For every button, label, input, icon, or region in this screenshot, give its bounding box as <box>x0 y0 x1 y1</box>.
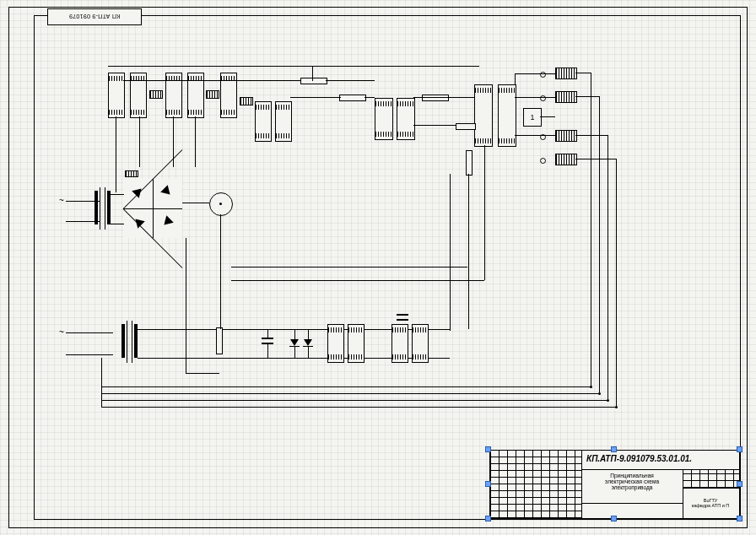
trafo1-pri <box>94 191 98 224</box>
diode-lead1b <box>294 347 295 358</box>
node-fb2 <box>598 392 601 395</box>
coupling-b2 <box>240 97 253 105</box>
wire-fb2 <box>599 96 600 393</box>
trafo1-sec <box>107 191 111 224</box>
wire-e-to-out2 <box>515 97 555 98</box>
selection-handle[interactable] <box>485 481 491 487</box>
resistor-r2 <box>339 95 366 101</box>
selection-handle[interactable] <box>611 516 617 521</box>
selection-handle[interactable] <box>485 446 491 452</box>
trafo2-core1 <box>127 321 127 363</box>
wire-mid1 <box>290 97 341 98</box>
block-f2 <box>348 324 364 363</box>
wire-mid3 <box>413 125 456 126</box>
wire-return3 <box>101 400 608 401</box>
wire-mid-long2 <box>231 280 484 281</box>
wire-o4h <box>575 159 616 159</box>
out-2 <box>555 91 577 103</box>
wire-return-up <box>101 358 102 407</box>
stamp-top-label: КП АТП-9 091079 <box>69 14 121 20</box>
logic-one: 1 <box>523 108 542 127</box>
wire-top-bus2 <box>123 80 300 81</box>
block-e2 <box>498 84 516 147</box>
diode-lead2 <box>308 329 309 339</box>
ac-source-icon-2: ~ <box>59 327 64 337</box>
resistor-shunt <box>216 327 223 354</box>
wire-to-out1 <box>515 73 555 74</box>
cap-lead2 <box>267 344 268 358</box>
trafo1-core2 <box>105 187 105 230</box>
diode-lead2b <box>308 347 309 358</box>
wire-ac2-bot <box>66 354 113 355</box>
wire-ground-link <box>186 373 219 374</box>
drawing-code: КП.АТП-9.091079.53.01.01. <box>586 454 692 463</box>
block-d2 <box>397 98 415 140</box>
diode-icon <box>304 339 312 346</box>
titleblock-grid-left <box>490 451 581 518</box>
wire-to-out1v <box>515 73 516 84</box>
wire-mid1r <box>364 97 375 98</box>
wire-mid-right-v <box>484 145 485 280</box>
resistor-r1 <box>300 78 327 84</box>
block-d1 <box>375 98 393 140</box>
capacitor-top <box>262 338 273 339</box>
drawing-title: Принципиальная электрическая схема элект… <box>585 473 679 490</box>
wire-g-up <box>450 324 451 331</box>
selection-handle[interactable] <box>485 516 491 521</box>
wire-fb3 <box>608 135 608 400</box>
trafo1-core1 <box>100 187 100 230</box>
node-fb1 <box>590 386 592 388</box>
drawing-canvas: КП АТП-9 091079 <box>0 0 756 535</box>
selection-handle[interactable] <box>737 516 742 521</box>
wire-drop-a3 <box>173 116 174 167</box>
wire-return2 <box>101 393 599 394</box>
wire-drop-b1 <box>195 116 196 167</box>
selection-handle[interactable] <box>737 481 742 487</box>
out-4 <box>555 154 577 165</box>
trafo2-pri <box>122 324 125 358</box>
wire-o3h <box>575 135 608 136</box>
wire-bridge-down <box>186 238 186 373</box>
wire-mid2 <box>413 97 474 98</box>
coupling-a <box>149 90 163 99</box>
wire-top-bus2r <box>326 80 375 81</box>
titleblock-grid-right <box>683 469 739 488</box>
title-block[interactable]: КП.АТП-9.091079.53.01.01. Принципиальная… <box>489 450 740 519</box>
wire-t1-b <box>111 224 124 224</box>
wire-bridge-motor <box>182 203 209 203</box>
block-c1 <box>255 101 272 142</box>
wire-return1 <box>101 386 591 387</box>
node-fb4 <box>615 406 618 408</box>
block-g1 <box>392 324 408 363</box>
resistor-r4b <box>456 123 476 130</box>
wire-drop-a <box>116 116 116 192</box>
block-e1 <box>474 84 493 147</box>
cap-lead1 <box>267 329 268 338</box>
resistor-r3 <box>422 95 449 101</box>
wire-drop-a2 <box>139 116 140 167</box>
stamp-top-left: КП АТП-9 091079 <box>47 8 142 25</box>
wire-mid-long <box>231 267 467 268</box>
wire-top-bus <box>108 66 479 67</box>
out-3 <box>555 130 577 142</box>
organization: ВоГТУ кафедра АТП и П <box>684 498 737 508</box>
wire-ac2-top <box>66 332 113 333</box>
wire-return4 <box>101 407 616 408</box>
block-g2 <box>412 324 429 363</box>
trafo2-core2 <box>132 321 132 363</box>
wire-logic-out <box>540 116 555 117</box>
out-1 <box>555 68 577 79</box>
ac-source-icon: ~ <box>59 196 64 205</box>
block-c2 <box>275 101 292 142</box>
selection-handle[interactable] <box>737 446 742 452</box>
block-a1 <box>108 73 125 118</box>
diode-icon <box>290 339 299 346</box>
diode-lead1 <box>294 329 295 339</box>
wire-e-to-out3 <box>515 135 555 136</box>
logic-one-label: 1 <box>530 113 534 122</box>
selection-handle[interactable] <box>611 446 617 452</box>
wire-o1h <box>575 73 591 73</box>
wire-top-drop1 <box>312 66 313 81</box>
wire-o2h <box>575 96 599 97</box>
wire-t1-a <box>111 194 124 195</box>
